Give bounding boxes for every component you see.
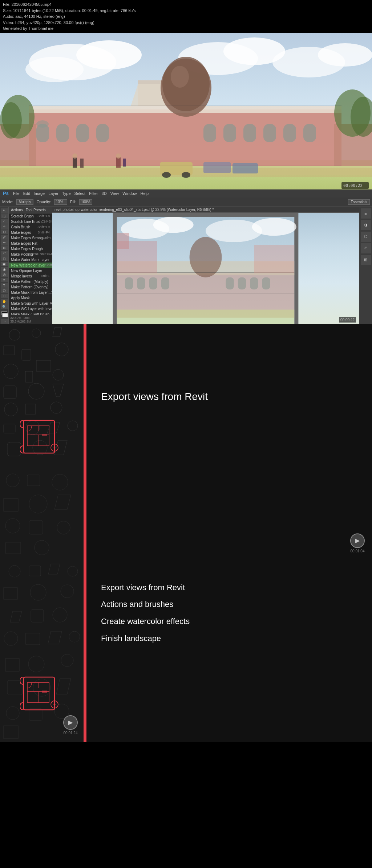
file-info-line1: File: 20160624204505.mp4 <box>3 1 369 8</box>
ps-action-item-10[interactable]: New Opaque Layer <box>9 268 52 273</box>
svg-rect-46 <box>123 159 126 167</box>
ps-dodge-tool[interactable]: ◎ <box>1 272 8 277</box>
ps-action-item-8[interactable]: Make Water Mark Layer <box>9 257 52 263</box>
ps-menu-3d[interactable]: 3D <box>102 191 107 196</box>
ps-action-item-14[interactable]: Make Mask from Layer...Ctrl+Shift+F2 <box>9 290 52 295</box>
ps-action-item-1[interactable]: Scratch Line BrushCtrl+Shift+F9 <box>9 219 52 224</box>
ps-hand-tool[interactable]: ✋ <box>1 299 8 304</box>
course-list-item-1: Actions and brushes <box>101 599 357 610</box>
ps-menu-edit[interactable]: Edit <box>23 191 30 196</box>
ps-canvas-tab[interactable]: revit-photoshop-watercolor-rendering_e03… <box>52 207 359 213</box>
ps-left-toolbar[interactable]: ↖ ⬚ ⌂ ✧ ⊡ 🖉 ✏ ⊕ ↶ ◻ ▣ ◉ ◎ ✒ T ⬡ □ ✋ 🔍 ⋯ <box>0 207 9 324</box>
ps-menu-window[interactable]: Window <box>122 191 137 196</box>
svg-rect-68 <box>250 277 258 289</box>
red-accent-bar-1 <box>84 324 86 469</box>
ps-history-tool[interactable]: ↶ <box>1 251 8 256</box>
ps-action-item-12[interactable]: Make Pattern (Multiply) <box>9 279 52 284</box>
ps-action-item-3[interactable]: Make EdgesShift+F4 <box>9 230 52 235</box>
ps-shape-tool[interactable]: □ <box>1 294 8 299</box>
ps-action-item-2[interactable]: Grain BrushShift+F9 <box>9 224 52 230</box>
ps-fill-value[interactable]: 100% <box>79 199 92 205</box>
svg-rect-23 <box>203 124 216 142</box>
ps-timestamp2: 00:00:42 <box>339 317 356 323</box>
ps-grid-icon[interactable]: ⊞ <box>361 255 371 265</box>
ps-clone-tool[interactable]: ⊕ <box>1 245 8 250</box>
ps-menu-file[interactable]: File <box>13 191 20 196</box>
ps-blend-mode[interactable]: Multiply <box>16 199 34 205</box>
ps-path-tool[interactable]: ⬡ <box>1 288 8 293</box>
ps-actions-tab[interactable]: Actions <box>11 208 23 212</box>
ps-action-item-13[interactable]: Make Pattern (Overlay) <box>9 284 52 290</box>
ps-action-item-17[interactable]: Make WC Layer with Inverse Mask <box>9 306 52 312</box>
ps-layers-icon[interactable]: ≡ <box>361 208 371 219</box>
play-button[interactable]: ▶ <box>350 533 365 548</box>
svg-point-86 <box>28 383 44 399</box>
ps-fill-label: Fill: <box>70 200 76 204</box>
course-thumbnail-2: ▶ 00:01:24 <box>0 560 84 742</box>
ps-essentials-btn[interactable]: Essentials <box>348 199 370 205</box>
course-list-item-3: Finish landscape <box>101 633 357 644</box>
ps-brush-tool[interactable]: ✏ <box>1 240 8 245</box>
play-button-2[interactable]: ▶ <box>63 715 78 730</box>
svg-rect-43 <box>80 159 84 168</box>
ps-menu-view[interactable]: View <box>110 191 119 196</box>
photoshop-interface: Ps File Edit Image Layer Type Select Fil… <box>0 189 372 324</box>
ps-move-tool[interactable]: ↖ <box>1 208 8 213</box>
ps-action-item-5[interactable]: Make Edges Fat <box>9 241 52 246</box>
svg-rect-25 <box>243 124 256 142</box>
course-list-item-0: Export views from Revit <box>101 582 357 593</box>
ps-toolpresets-tab[interactable]: Tool Presets <box>26 208 46 212</box>
ps-lasso-tool[interactable]: ⌂ <box>1 219 8 224</box>
ps-logo: Ps <box>3 191 9 196</box>
ps-actions-header[interactable]: Actions Tool Presets <box>9 207 52 213</box>
ps-paths-icon[interactable]: ⬡ <box>361 232 371 242</box>
svg-rect-76 <box>4 346 15 355</box>
ps-menu-type[interactable]: Type <box>62 191 71 196</box>
ps-eyedrop-tool[interactable]: 🖉 <box>1 235 8 240</box>
ps-history-icon[interactable]: ↶ <box>361 243 371 253</box>
ps-channels-icon[interactable]: ◑ <box>361 220 371 230</box>
ps-more-tools[interactable]: ⋯ <box>1 319 8 324</box>
ps-zoom-tool[interactable]: 🔍 <box>1 304 8 309</box>
svg-rect-89 <box>25 404 36 414</box>
ps-pen-tool[interactable]: ✒ <box>1 278 8 283</box>
ps-gradient-tool[interactable]: ▣ <box>1 262 8 267</box>
svg-point-56 <box>252 218 296 236</box>
ps-blur-tool[interactable]: ◉ <box>1 267 8 272</box>
main-image-section: 00:00:22 <box>0 33 372 189</box>
ps-canvas-svg <box>52 213 359 324</box>
ps-eraser-tool[interactable]: ◻ <box>1 256 8 261</box>
svg-point-75 <box>9 329 20 340</box>
course-title-1: Export views from Revit <box>101 389 357 404</box>
ps-action-item-15[interactable]: Apply Mask <box>9 295 52 301</box>
ps-action-item-0[interactable]: Scratch BrushShift+F8 <box>9 213 52 219</box>
ps-menu-help[interactable]: Help <box>140 191 149 196</box>
svg-rect-27 <box>283 124 296 142</box>
ps-opacity-value[interactable]: 13% <box>54 199 67 205</box>
ps-action-item-16[interactable]: Make Group with Layer Mask <box>9 301 52 306</box>
ps-action-item-4[interactable]: Make Edges StrongCtrl+F4 <box>9 235 52 241</box>
ps-menu-layer[interactable]: Layer <box>48 191 58 196</box>
svg-point-94 <box>68 421 78 431</box>
ps-select-tool[interactable]: ⬚ <box>1 213 8 218</box>
file-info-line5: Generated by Thumbnail me <box>3 25 369 32</box>
svg-rect-70 <box>117 309 295 324</box>
ps-action-item-6[interactable]: Make Edges Rough <box>9 246 52 252</box>
ps-bg-color[interactable] <box>2 313 8 317</box>
blueprint-icon-container-1 <box>20 419 64 455</box>
ps-action-item-11[interactable]: Merge layersCtrl+F <box>9 273 52 279</box>
ps-menu-filter[interactable]: Filter <box>89 191 98 196</box>
ps-menu-bar[interactable]: Ps File Edit Image Layer Type Select Fil… <box>0 189 372 197</box>
ps-action-item-9[interactable]: New Watercolor layerShift+F3 <box>9 263 52 268</box>
ps-right-panel: ≡ ◑ ⬡ ↶ ⊞ <box>359 207 372 324</box>
svg-point-90 <box>50 402 62 413</box>
svg-marker-78 <box>53 328 62 337</box>
ps-menu-image[interactable]: Image <box>34 191 45 196</box>
ps-menu-select[interactable]: Select <box>74 191 86 196</box>
ps-crop-tool[interactable]: ⊡ <box>1 229 8 234</box>
ps-action-item-7[interactable]: Make PoolingCtrl+Shift+F4 <box>9 252 52 257</box>
ps-opacity-label: Opacity: <box>36 200 51 204</box>
ps-type-tool[interactable]: T <box>1 283 8 288</box>
svg-rect-73 <box>254 245 294 273</box>
ps-magic-wand-tool[interactable]: ✧ <box>1 224 8 229</box>
